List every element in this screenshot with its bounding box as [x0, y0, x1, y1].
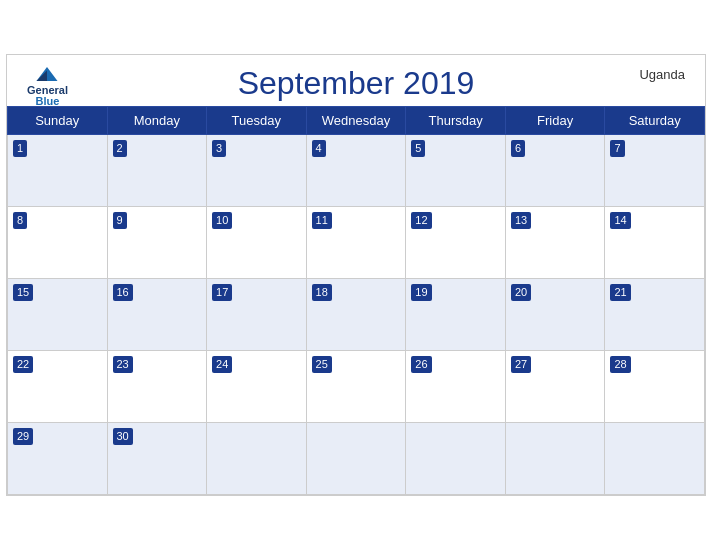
- header-monday: Monday: [107, 107, 207, 135]
- day-number: 5: [411, 140, 425, 157]
- week-row-1: 1234567: [8, 135, 705, 207]
- day-cell-15: 15: [8, 279, 108, 351]
- day-number: 19: [411, 284, 431, 301]
- day-cell-8: 8: [8, 207, 108, 279]
- day-number: 25: [312, 356, 332, 373]
- day-number: 8: [13, 212, 27, 229]
- day-number: 21: [610, 284, 630, 301]
- day-number: 4: [312, 140, 326, 157]
- logo-blue-text: Blue: [36, 96, 60, 107]
- day-cell-3: 3: [207, 135, 307, 207]
- day-number: 30: [113, 428, 133, 445]
- day-number: 7: [610, 140, 624, 157]
- calendar-title: September 2019: [238, 65, 475, 102]
- day-number: 20: [511, 284, 531, 301]
- day-cell-28: 28: [605, 351, 705, 423]
- day-cell-10: 10: [207, 207, 307, 279]
- day-cell-27: 27: [505, 351, 604, 423]
- header-wednesday: Wednesday: [306, 107, 406, 135]
- day-cell-2: 2: [107, 135, 207, 207]
- day-number: 9: [113, 212, 127, 229]
- day-cell-26: 26: [406, 351, 506, 423]
- day-number: 29: [13, 428, 33, 445]
- header-friday: Friday: [505, 107, 604, 135]
- day-number: 26: [411, 356, 431, 373]
- day-cell-22: 22: [8, 351, 108, 423]
- day-cell-12: 12: [406, 207, 506, 279]
- day-number: 23: [113, 356, 133, 373]
- day-number: 14: [610, 212, 630, 229]
- day-cell-18: 18: [306, 279, 406, 351]
- weekday-header-row: Sunday Monday Tuesday Wednesday Thursday…: [8, 107, 705, 135]
- day-cell-1: 1: [8, 135, 108, 207]
- day-cell-13: 13: [505, 207, 604, 279]
- day-cell-6: 6: [505, 135, 604, 207]
- day-cell-9: 9: [107, 207, 207, 279]
- day-number: 3: [212, 140, 226, 157]
- day-cell-17: 17: [207, 279, 307, 351]
- calendar-header: General Blue September 2019 Uganda: [7, 55, 705, 106]
- day-cell-24: 24: [207, 351, 307, 423]
- day-number: 6: [511, 140, 525, 157]
- day-number: 27: [511, 356, 531, 373]
- header-sunday: Sunday: [8, 107, 108, 135]
- day-number: 13: [511, 212, 531, 229]
- day-cell-empty: [505, 423, 604, 495]
- day-number: 22: [13, 356, 33, 373]
- week-row-2: 891011121314: [8, 207, 705, 279]
- day-number: 18: [312, 284, 332, 301]
- day-cell-empty: [306, 423, 406, 495]
- day-cell-21: 21: [605, 279, 705, 351]
- day-number: 28: [610, 356, 630, 373]
- day-number: 17: [212, 284, 232, 301]
- header-tuesday: Tuesday: [207, 107, 307, 135]
- generalblue-logo-icon: [33, 63, 61, 85]
- day-cell-30: 30: [107, 423, 207, 495]
- day-cell-16: 16: [107, 279, 207, 351]
- day-number: 16: [113, 284, 133, 301]
- day-cell-23: 23: [107, 351, 207, 423]
- day-number: 1: [13, 140, 27, 157]
- day-cell-empty: [207, 423, 307, 495]
- day-cell-29: 29: [8, 423, 108, 495]
- day-number: 11: [312, 212, 332, 229]
- calendar-container: General Blue September 2019 Uganda Sunda…: [6, 54, 706, 496]
- header-saturday: Saturday: [605, 107, 705, 135]
- day-cell-7: 7: [605, 135, 705, 207]
- week-row-5: 2930: [8, 423, 705, 495]
- day-cell-19: 19: [406, 279, 506, 351]
- day-number: 15: [13, 284, 33, 301]
- day-number: 24: [212, 356, 232, 373]
- week-row-4: 22232425262728: [8, 351, 705, 423]
- country-label: Uganda: [639, 67, 685, 82]
- day-number: 10: [212, 212, 232, 229]
- day-number: 2: [113, 140, 127, 157]
- day-cell-4: 4: [306, 135, 406, 207]
- calendar-table: Sunday Monday Tuesday Wednesday Thursday…: [7, 106, 705, 495]
- day-cell-11: 11: [306, 207, 406, 279]
- day-cell-5: 5: [406, 135, 506, 207]
- day-cell-25: 25: [306, 351, 406, 423]
- logo-area: General Blue: [27, 63, 68, 107]
- day-cell-14: 14: [605, 207, 705, 279]
- day-cell-20: 20: [505, 279, 604, 351]
- day-cell-empty: [406, 423, 506, 495]
- header-thursday: Thursday: [406, 107, 506, 135]
- day-cell-empty: [605, 423, 705, 495]
- day-number: 12: [411, 212, 431, 229]
- week-row-3: 15161718192021: [8, 279, 705, 351]
